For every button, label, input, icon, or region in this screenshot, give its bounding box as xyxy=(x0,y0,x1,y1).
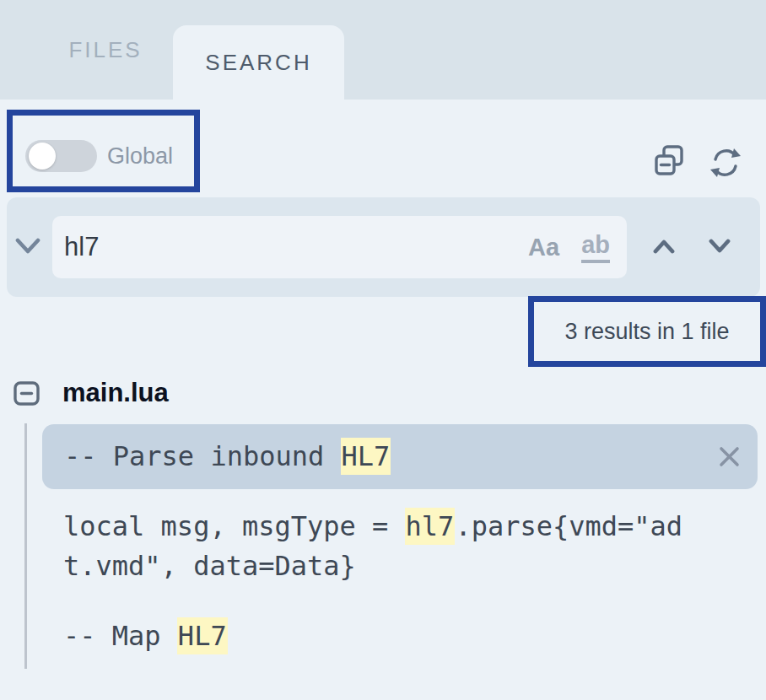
annotation-box-results: 3 results in 1 file xyxy=(528,296,766,367)
tab-search[interactable]: SEARCH xyxy=(173,25,344,100)
file-name[interactable]: main.lua xyxy=(62,378,169,408)
tab-bar: FILES SEARCH xyxy=(0,0,766,100)
collapse-all-icon[interactable] xyxy=(655,145,683,180)
match-row-selected[interactable]: -- Parse inbound HL7 xyxy=(42,424,758,489)
chevron-down-icon[interactable] xyxy=(15,238,40,258)
whole-word-button[interactable]: ab xyxy=(581,231,610,263)
next-match-icon[interactable] xyxy=(709,239,731,257)
global-toggle[interactable] xyxy=(25,140,97,172)
tab-files[interactable]: FILES xyxy=(51,0,160,100)
toggle-knob xyxy=(29,143,56,170)
close-icon[interactable] xyxy=(718,445,741,468)
tab-files-label: FILES xyxy=(68,37,142,63)
search-query: hl7 xyxy=(64,232,528,262)
tab-search-label: SEARCH xyxy=(205,50,311,76)
match-text: -- Parse inbound HL7 xyxy=(64,437,718,477)
refresh-icon[interactable] xyxy=(709,148,742,181)
collapse-file-icon[interactable] xyxy=(13,381,40,409)
match-row[interactable]: -- Map HL7 xyxy=(63,617,228,656)
results-summary: 3 results in 1 file xyxy=(564,319,729,345)
indent-guide xyxy=(24,423,27,669)
previous-match-icon[interactable] xyxy=(653,239,675,257)
match-row[interactable]: local msg, msgType = hl7.parse{vmd="adt.… xyxy=(63,507,682,586)
match-case-button[interactable]: Aa xyxy=(528,234,559,261)
global-toggle-label: Global xyxy=(107,143,173,170)
search-input[interactable]: hl7 Aa ab xyxy=(52,216,627,278)
